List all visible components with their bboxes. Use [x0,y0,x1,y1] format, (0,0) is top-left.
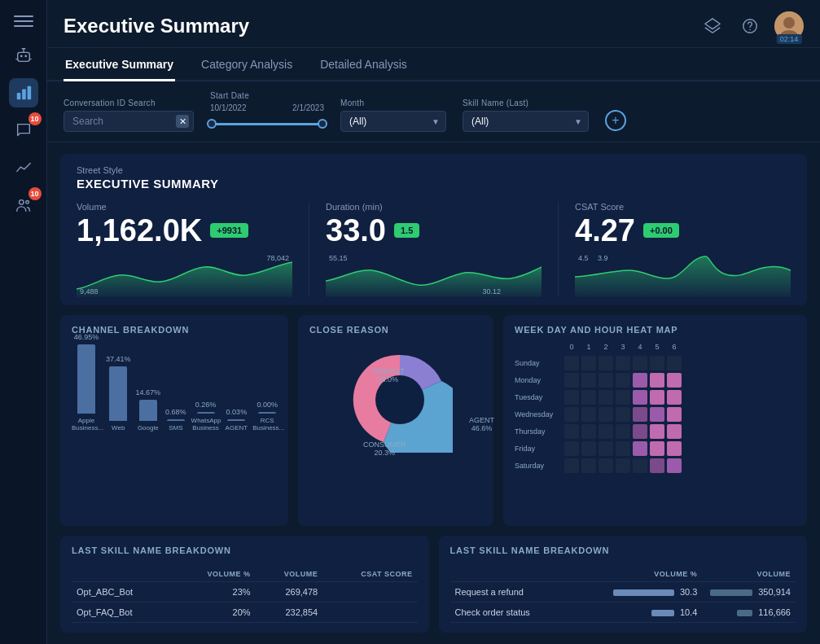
bar-label: Web [112,424,125,432]
header: Executive Summary [47,0,820,48]
heatmap-day-label: Friday [515,445,562,453]
sidebar-item-bot[interactable] [9,41,38,70]
month-select[interactable]: (All) [340,111,446,132]
heatmap-day-label: Monday [515,376,562,384]
range-thumb-right[interactable] [318,119,327,129]
skill-vol-pct: 20% [173,602,255,623]
range-fill [210,123,324,125]
skill-csat [322,582,417,602]
range-thumb-left[interactable] [207,119,217,129]
heatmap-cell [667,458,682,473]
heatmap-cell [564,458,579,473]
bar-rect [109,366,127,421]
bar-label: RCS Business... [252,417,282,432]
metric-duration-value-row: 33.0 1.5 [326,215,542,246]
skill-csat [322,602,417,623]
heatmap-cell [633,373,647,388]
duration-chart-max: 55.15 [329,254,348,262]
svg-rect-3 [16,93,20,99]
sidebar-item-reports[interactable] [9,153,38,182]
bar-col: 0.68% SMS [165,408,186,432]
sidebar-item-chat[interactable]: 10 [9,116,38,145]
heatmap-day-label: Sunday [515,359,562,367]
bar-label: Apple Business... [72,417,101,432]
heatmap-cell [667,407,682,422]
bar-col: 46.95% Apple Business... [72,333,101,432]
skill-panel-right: LAST SKILL NAME BREAKDOWN VOLUME % VOLUM… [439,536,808,633]
skill-name-select[interactable]: (All) [463,111,589,132]
skill-right-col-volume: VOLUME [702,567,796,582]
skill-left-col-name [72,567,173,582]
bar-pct: 14.67% [136,388,161,396]
heatmap-cell [599,373,613,388]
sidebar-item-agents[interactable]: 10 [9,191,38,220]
tab-executive[interactable]: Executive Summary [64,48,175,81]
sidebar-item-dashboard[interactable] [9,78,38,107]
skill-left-col-vol-pct: VOLUME % [173,567,255,582]
bar-label: AGENT [226,424,248,432]
layers-icon-btn[interactable] [699,13,726,39]
add-filter-btn[interactable]: + [605,110,626,131]
hamburger-menu[interactable] [12,10,35,33]
month-select-wrap: (All) ▼ [340,111,446,132]
heatmap-day-label: Wednesday [515,410,562,418]
help-icon-btn[interactable] [737,13,763,39]
avatar-time: 02:14 [777,34,802,44]
skill-right-col-name [450,567,606,582]
bar-col: 0.26% WhatsApp Business [191,401,221,432]
skill-left-header-row: VOLUME % VOLUME CSAT SCORE [72,567,418,582]
heatmap-cell [581,458,596,473]
skill-table-left: VOLUME % VOLUME CSAT SCORE Opt_ABC_Bot 2… [72,567,418,623]
heatmap-row: Sunday [515,356,796,370]
skill-name-label: Skill Name (Last) [463,99,589,107]
heatmap-panel: WEEK DAY AND HOUR HEAT MAP 0123456 Sunda… [503,315,807,526]
metric-csat-value-row: 4.27 +0.00 [575,215,791,246]
heatmap-hour-label: 4 [633,343,647,351]
timeout-label: TIMEOUT 33.0% [371,367,405,383]
heatmap-cell [581,441,596,456]
heatmap-cell [599,424,613,439]
conversation-id-input-wrap: ✕ [64,111,194,132]
date-range-slider[interactable] [210,116,324,132]
heatmap-cell [599,390,613,405]
metric-volume-badge: +9931 [210,223,248,238]
table-row: Opt_FAQ_Bot 20% 232,854 [72,602,418,623]
heatmap-cell [667,441,682,456]
channel-breakdown-title: CHANNEL BREAKDOWN [72,325,277,335]
heatmap-cell [650,424,664,439]
table-row: Request a refund 30.3 350,914 [450,582,796,602]
tab-category[interactable]: Category Analysis [200,48,294,81]
heatmap-hour-label: 3 [616,343,630,351]
bar-col: 14.67% Google [136,388,161,432]
skill-right-title: LAST SKILL NAME BREAKDOWN [450,545,796,555]
tab-detailed[interactable]: Detailed Analysis [318,48,409,81]
heatmap-cell [564,373,579,388]
heatmap-grid: SundayMondayTuesdayWednesdayThursdayFrid… [515,356,796,473]
heatmap-row: Friday [515,441,796,456]
header-actions: 02:14 [699,11,804,41]
conversation-id-input[interactable] [64,111,194,132]
skill-volume: 350,914 [702,582,796,602]
agent-label: AGENT 46.6% [469,416,494,432]
svg-rect-0 [17,52,29,61]
month-label: Month [340,99,446,107]
heatmap-cell [633,441,647,456]
heatmap-hour-label: 6 [667,343,682,351]
bar-rect [197,412,215,414]
metric-csat: CSAT Score 4.27 +0.00 [575,202,791,297]
date-to: 2/1/2023 [292,103,324,112]
heatmap-hour-label: 2 [599,343,613,351]
avatar-wrap[interactable]: 02:14 [774,11,804,41]
skill-volume: 269,478 [256,582,323,602]
conversation-id-clear-btn[interactable]: ✕ [176,115,189,128]
date-range-wrap: 10/1/2022 2/1/2023 [210,103,324,132]
skill-volume: 232,854 [256,602,323,623]
skill-left-col-csat: CSAT SCORE [322,567,417,582]
metric-volume-value-row: 1,162.0K +9931 [77,215,292,246]
bar-pct: 46.95% [74,333,99,341]
heatmap-cell [650,356,664,370]
chat-badge: 10 [29,112,42,125]
bar-col: 0.00% RCS Business... [252,401,282,432]
skill-vol-pct: 10.4 [606,602,703,623]
heatmap-cell [581,407,596,422]
